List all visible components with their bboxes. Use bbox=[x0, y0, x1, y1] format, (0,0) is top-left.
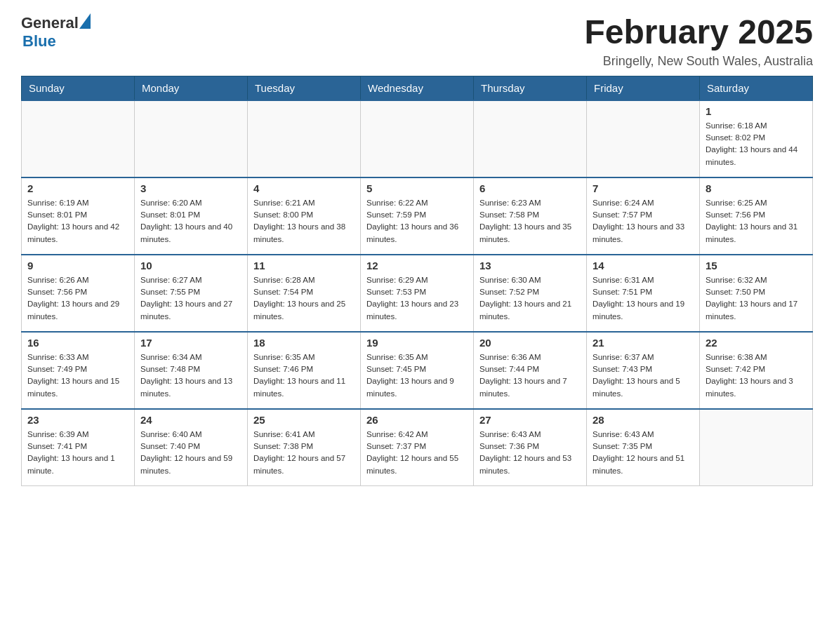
calendar-day-cell: 12Sunrise: 6:29 AM Sunset: 7:53 PM Dayli… bbox=[361, 255, 474, 332]
day-number: 15 bbox=[706, 260, 807, 271]
logo-text-general: General bbox=[21, 14, 79, 32]
calendar-week-row: 23Sunrise: 6:39 AM Sunset: 7:41 PM Dayli… bbox=[22, 409, 813, 486]
calendar-header-saturday: Saturday bbox=[700, 76, 813, 100]
calendar-header-friday: Friday bbox=[587, 76, 700, 100]
day-info: Sunrise: 6:30 AM Sunset: 7:52 PM Dayligh… bbox=[479, 274, 581, 323]
calendar-day-cell: 4Sunrise: 6:21 AM Sunset: 8:00 PM Daylig… bbox=[248, 177, 361, 255]
day-info: Sunrise: 6:26 AM Sunset: 7:56 PM Dayligh… bbox=[27, 274, 128, 323]
day-info: Sunrise: 6:40 AM Sunset: 7:40 PM Dayligh… bbox=[140, 429, 241, 477]
calendar-day-cell: 26Sunrise: 6:42 AM Sunset: 7:37 PM Dayli… bbox=[361, 409, 474, 486]
calendar-day-cell: 11Sunrise: 6:28 AM Sunset: 7:54 PM Dayli… bbox=[248, 255, 361, 332]
calendar-week-row: 2Sunrise: 6:19 AM Sunset: 8:01 PM Daylig… bbox=[22, 177, 813, 255]
day-number: 16 bbox=[27, 337, 128, 349]
day-number: 23 bbox=[27, 414, 128, 426]
calendar-day-cell: 14Sunrise: 6:31 AM Sunset: 7:51 PM Dayli… bbox=[587, 255, 700, 332]
calendar-day-cell: 25Sunrise: 6:41 AM Sunset: 7:38 PM Dayli… bbox=[248, 409, 361, 486]
day-number: 25 bbox=[253, 414, 355, 426]
day-number: 20 bbox=[479, 337, 581, 349]
calendar-day-cell: 6Sunrise: 6:23 AM Sunset: 7:58 PM Daylig… bbox=[474, 177, 587, 255]
day-number: 27 bbox=[479, 414, 581, 426]
day-number: 13 bbox=[479, 260, 581, 271]
calendar-day-cell: 7Sunrise: 6:24 AM Sunset: 7:57 PM Daylig… bbox=[587, 177, 700, 255]
calendar-day-cell: 23Sunrise: 6:39 AM Sunset: 7:41 PM Dayli… bbox=[22, 409, 135, 486]
calendar-header-sunday: Sunday bbox=[22, 76, 135, 100]
page-header: General Blue February 2025 Bringelly, Ne… bbox=[21, 14, 813, 69]
calendar-day-cell: 19Sunrise: 6:35 AM Sunset: 7:45 PM Dayli… bbox=[361, 332, 474, 409]
calendar-header-wednesday: Wednesday bbox=[361, 76, 474, 100]
day-number: 12 bbox=[366, 260, 468, 271]
day-info: Sunrise: 6:28 AM Sunset: 7:54 PM Dayligh… bbox=[253, 274, 355, 323]
calendar-day-cell: 1Sunrise: 6:18 AM Sunset: 8:02 PM Daylig… bbox=[700, 100, 813, 177]
title-block: February 2025 Bringelly, New South Wales… bbox=[584, 14, 813, 69]
day-info: Sunrise: 6:22 AM Sunset: 7:59 PM Dayligh… bbox=[366, 197, 468, 246]
calendar-day-cell: 17Sunrise: 6:34 AM Sunset: 7:48 PM Dayli… bbox=[135, 332, 248, 409]
day-number: 26 bbox=[366, 414, 468, 426]
day-info: Sunrise: 6:33 AM Sunset: 7:49 PM Dayligh… bbox=[27, 351, 128, 400]
day-number: 1 bbox=[706, 105, 807, 117]
calendar-day-cell: 5Sunrise: 6:22 AM Sunset: 7:59 PM Daylig… bbox=[361, 177, 474, 255]
day-number: 14 bbox=[593, 260, 694, 271]
calendar-day-cell: 24Sunrise: 6:40 AM Sunset: 7:40 PM Dayli… bbox=[135, 409, 248, 486]
calendar-day-cell: 27Sunrise: 6:43 AM Sunset: 7:36 PM Dayli… bbox=[474, 409, 587, 486]
day-info: Sunrise: 6:43 AM Sunset: 7:35 PM Dayligh… bbox=[593, 429, 694, 477]
calendar-week-row: 1Sunrise: 6:18 AM Sunset: 8:02 PM Daylig… bbox=[22, 100, 813, 177]
day-number: 19 bbox=[366, 337, 468, 349]
day-info: Sunrise: 6:29 AM Sunset: 7:53 PM Dayligh… bbox=[366, 274, 468, 323]
calendar-week-row: 9Sunrise: 6:26 AM Sunset: 7:56 PM Daylig… bbox=[22, 255, 813, 332]
calendar-day-cell bbox=[248, 100, 361, 177]
calendar-day-cell: 2Sunrise: 6:19 AM Sunset: 8:01 PM Daylig… bbox=[22, 177, 135, 255]
day-info: Sunrise: 6:20 AM Sunset: 8:01 PM Dayligh… bbox=[140, 197, 241, 246]
day-number: 7 bbox=[593, 182, 694, 194]
month-title: February 2025 bbox=[584, 14, 813, 51]
day-info: Sunrise: 6:35 AM Sunset: 7:45 PM Dayligh… bbox=[366, 351, 468, 400]
day-info: Sunrise: 6:39 AM Sunset: 7:41 PM Dayligh… bbox=[27, 429, 128, 477]
calendar-header-monday: Monday bbox=[135, 76, 248, 100]
calendar-day-cell: 8Sunrise: 6:25 AM Sunset: 7:56 PM Daylig… bbox=[700, 177, 813, 255]
day-number: 11 bbox=[253, 260, 355, 271]
logo: General Blue bbox=[21, 14, 91, 51]
day-info: Sunrise: 6:43 AM Sunset: 7:36 PM Dayligh… bbox=[479, 429, 581, 477]
day-info: Sunrise: 6:23 AM Sunset: 7:58 PM Dayligh… bbox=[479, 197, 581, 246]
day-info: Sunrise: 6:38 AM Sunset: 7:42 PM Dayligh… bbox=[706, 351, 807, 400]
logo-text-blue: Blue bbox=[22, 32, 56, 51]
day-number: 3 bbox=[140, 182, 241, 194]
day-info: Sunrise: 6:34 AM Sunset: 7:48 PM Dayligh… bbox=[140, 351, 241, 400]
calendar-day-cell: 13Sunrise: 6:30 AM Sunset: 7:52 PM Dayli… bbox=[474, 255, 587, 332]
day-number: 6 bbox=[479, 182, 581, 194]
calendar-day-cell bbox=[135, 100, 248, 177]
calendar-day-cell bbox=[22, 100, 135, 177]
calendar-day-cell bbox=[587, 100, 700, 177]
calendar-table: SundayMondayTuesdayWednesdayThursdayFrid… bbox=[21, 76, 813, 487]
day-info: Sunrise: 6:37 AM Sunset: 7:43 PM Dayligh… bbox=[593, 351, 694, 400]
calendar-day-cell: 22Sunrise: 6:38 AM Sunset: 7:42 PM Dayli… bbox=[700, 332, 813, 409]
day-number: 9 bbox=[27, 260, 128, 271]
day-info: Sunrise: 6:32 AM Sunset: 7:50 PM Dayligh… bbox=[706, 274, 807, 323]
day-number: 10 bbox=[140, 260, 241, 271]
calendar-header-row: SundayMondayTuesdayWednesdayThursdayFrid… bbox=[22, 76, 813, 100]
calendar-week-row: 16Sunrise: 6:33 AM Sunset: 7:49 PM Dayli… bbox=[22, 332, 813, 409]
day-info: Sunrise: 6:19 AM Sunset: 8:01 PM Dayligh… bbox=[27, 197, 128, 246]
day-info: Sunrise: 6:25 AM Sunset: 7:56 PM Dayligh… bbox=[706, 197, 807, 246]
day-number: 22 bbox=[706, 337, 807, 349]
calendar-day-cell bbox=[700, 409, 813, 486]
day-number: 5 bbox=[366, 182, 468, 194]
day-info: Sunrise: 6:18 AM Sunset: 8:02 PM Dayligh… bbox=[706, 120, 807, 168]
day-info: Sunrise: 6:41 AM Sunset: 7:38 PM Dayligh… bbox=[253, 429, 355, 477]
day-number: 18 bbox=[253, 337, 355, 349]
day-info: Sunrise: 6:27 AM Sunset: 7:55 PM Dayligh… bbox=[140, 274, 241, 323]
day-info: Sunrise: 6:21 AM Sunset: 8:00 PM Dayligh… bbox=[253, 197, 355, 246]
location-title: Bringelly, New South Wales, Australia bbox=[584, 54, 813, 69]
calendar-day-cell bbox=[361, 100, 474, 177]
logo-arrow-icon bbox=[79, 13, 91, 29]
calendar-day-cell: 3Sunrise: 6:20 AM Sunset: 8:01 PM Daylig… bbox=[135, 177, 248, 255]
day-number: 24 bbox=[140, 414, 241, 426]
calendar-day-cell: 9Sunrise: 6:26 AM Sunset: 7:56 PM Daylig… bbox=[22, 255, 135, 332]
calendar-day-cell: 20Sunrise: 6:36 AM Sunset: 7:44 PM Dayli… bbox=[474, 332, 587, 409]
day-info: Sunrise: 6:31 AM Sunset: 7:51 PM Dayligh… bbox=[593, 274, 694, 323]
calendar-day-cell: 28Sunrise: 6:43 AM Sunset: 7:35 PM Dayli… bbox=[587, 409, 700, 486]
day-info: Sunrise: 6:42 AM Sunset: 7:37 PM Dayligh… bbox=[366, 429, 468, 477]
calendar-day-cell bbox=[474, 100, 587, 177]
day-info: Sunrise: 6:35 AM Sunset: 7:46 PM Dayligh… bbox=[253, 351, 355, 400]
day-number: 8 bbox=[706, 182, 807, 194]
calendar-day-cell: 21Sunrise: 6:37 AM Sunset: 7:43 PM Dayli… bbox=[587, 332, 700, 409]
